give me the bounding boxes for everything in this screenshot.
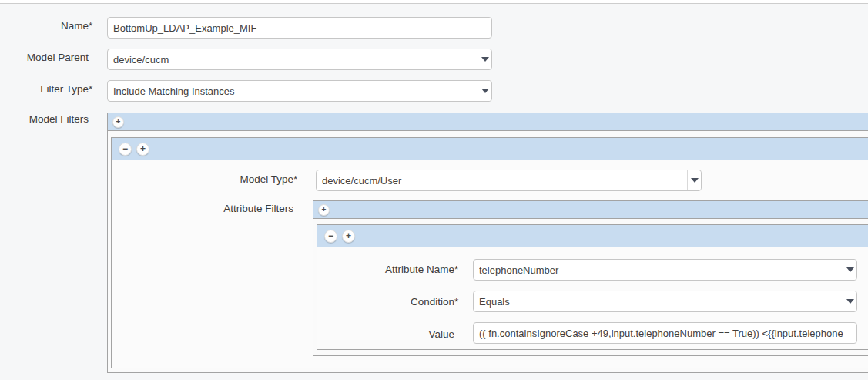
value-label: Value	[317, 328, 454, 341]
filter-type-label: Filter Type*	[0, 82, 89, 96]
model-parent-dropdown-button[interactable]	[478, 49, 491, 69]
remove-attribute-filter-button[interactable]: −	[324, 230, 337, 243]
model-filter-item-bar: − +	[112, 138, 868, 160]
model-type-label: Model Type*	[112, 173, 293, 186]
add-attribute-filter-item-button[interactable]: +	[342, 230, 355, 243]
model-filters-array: + − + Model Type* Attribute Filters + − …	[107, 113, 868, 373]
model-type-field	[316, 170, 702, 191]
value-input[interactable]	[474, 323, 856, 343]
minus-icon: −	[328, 231, 333, 240]
attribute-filters-array: + − + Attribute Name* Condition*	[313, 200, 868, 356]
plus-icon: +	[140, 144, 146, 153]
add-model-filter-item-button[interactable]: +	[136, 143, 149, 156]
condition-dropdown-button[interactable]	[843, 291, 856, 311]
filter-type-dropdown-button[interactable]	[478, 81, 491, 101]
model-filters-label: Model Filters	[0, 113, 89, 126]
attribute-name-label: Attribute Name*	[317, 263, 454, 276]
filter-type-input[interactable]	[108, 81, 478, 101]
chevron-down-icon	[846, 267, 854, 272]
plus-icon: +	[322, 206, 327, 214]
attribute-name-field	[473, 259, 857, 281]
name-label: Name*	[0, 19, 89, 32]
attribute-filters-label: Attribute Filters	[112, 202, 293, 215]
attribute-filters-add-bar: +	[313, 201, 868, 219]
model-type-input[interactable]	[317, 170, 687, 190]
model-parent-input[interactable]	[108, 49, 478, 69]
plus-icon: +	[116, 118, 121, 126]
name-input[interactable]	[108, 18, 491, 38]
condition-input[interactable]	[474, 291, 843, 311]
chevron-down-icon	[691, 178, 699, 183]
plus-icon: +	[346, 231, 351, 240]
top-divider	[0, 0, 868, 4]
add-attribute-filter-button[interactable]: +	[318, 204, 330, 216]
add-model-filter-button[interactable]: +	[112, 116, 124, 128]
chevron-down-icon	[481, 57, 489, 62]
condition-field	[473, 291, 857, 312]
attribute-filter-item-panel: − + Attribute Name* Condition* Value	[317, 224, 868, 350]
condition-label: Condition*	[317, 295, 454, 308]
model-parent-label: Model Parent	[0, 51, 89, 64]
model-parent-field	[107, 49, 492, 70]
value-field	[473, 322, 857, 344]
attribute-name-input[interactable]	[474, 260, 843, 280]
model-instance-filter-form: { "colors": { "page_bg": "#f6f7f8", "bar…	[0, 0, 868, 380]
remove-model-filter-button[interactable]: −	[119, 143, 132, 156]
filter-type-field	[107, 80, 492, 102]
model-type-dropdown-button[interactable]	[687, 170, 701, 190]
model-filter-item-panel: − + Model Type* Attribute Filters + − + …	[111, 137, 868, 368]
chevron-down-icon	[481, 89, 489, 93]
attribute-name-dropdown-button[interactable]	[843, 260, 856, 280]
name-field	[107, 17, 492, 39]
minus-icon: −	[122, 144, 128, 153]
chevron-down-icon	[846, 299, 854, 304]
model-filters-add-bar: +	[108, 113, 868, 131]
attribute-filter-item-bar: − +	[317, 225, 868, 247]
